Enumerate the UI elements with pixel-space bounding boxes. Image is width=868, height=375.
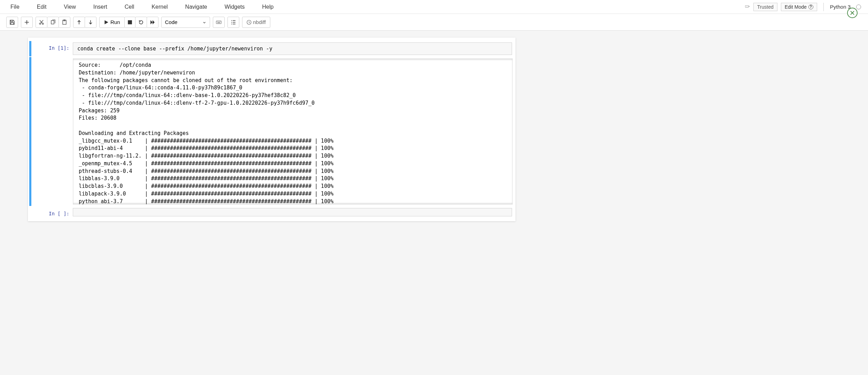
svg-rect-0: [745, 6, 749, 7]
move-down-button[interactable]: [85, 17, 96, 28]
toc-button[interactable]: [227, 17, 239, 28]
input-prompt: In [ ]:: [29, 208, 73, 216]
copy-icon: [50, 19, 56, 25]
toolbar: Run Code nbdiff: [0, 14, 868, 31]
command-palette-button[interactable]: [213, 17, 225, 28]
move-up-button[interactable]: [73, 17, 85, 28]
svg-point-13: [220, 21, 220, 22]
input-prompt: In [1]:: [29, 42, 73, 55]
menu-edit[interactable]: Edit: [33, 2, 50, 12]
cut-button[interactable]: [36, 17, 47, 28]
keyboard-icon: [216, 19, 222, 25]
arrow-down-icon: [88, 19, 93, 25]
nbdiff-button[interactable]: nbdiff: [242, 17, 270, 28]
insert-cell-below-button[interactable]: [21, 17, 33, 28]
cell-output[interactable]: Source: /opt/conda Destination: /home/ju…: [73, 58, 513, 205]
close-icon: [850, 10, 855, 16]
edit-mode-badge[interactable]: Edit Mode ?: [781, 3, 817, 11]
menu-cell[interactable]: Cell: [121, 2, 138, 12]
clock-icon: [247, 20, 251, 25]
menu-widgets[interactable]: Widgets: [221, 2, 248, 12]
output-prompt: [29, 58, 73, 205]
svg-point-11: [218, 21, 219, 22]
fast-forward-icon: [150, 19, 155, 25]
separator: [823, 3, 824, 11]
menu-view[interactable]: View: [60, 2, 79, 12]
run-label: Run: [110, 19, 120, 25]
cut-icon: [39, 19, 44, 25]
run-group: Run: [99, 17, 158, 28]
paste-icon: [62, 19, 67, 25]
celltype-select[interactable]: Code: [161, 17, 210, 28]
save-button[interactable]: [6, 17, 18, 28]
nbdiff-label: nbdiff: [253, 19, 266, 25]
svg-rect-1: [749, 6, 750, 7]
svg-point-12: [219, 21, 219, 22]
svg-rect-8: [216, 21, 221, 24]
celltype-select-wrapper: Code: [161, 17, 210, 28]
edit-mode-label: Edit Mode: [785, 4, 807, 10]
help-icon: ?: [808, 5, 813, 9]
notification-icon: [745, 4, 750, 10]
menu-help[interactable]: Help: [259, 2, 277, 12]
interrupt-button[interactable]: [124, 17, 135, 28]
close-button[interactable]: [847, 8, 858, 18]
kernel-name[interactable]: Python 3: [830, 4, 851, 10]
list-icon: [231, 19, 236, 25]
copy-button[interactable]: [47, 17, 59, 28]
notebook-container: In [1]: conda create --clone base --pref…: [28, 38, 516, 221]
menu-kernel[interactable]: Kernel: [148, 2, 171, 12]
svg-rect-14: [217, 22, 220, 23]
trusted-badge[interactable]: Trusted: [753, 3, 777, 11]
restart-icon: [138, 19, 144, 25]
play-icon: [104, 20, 109, 25]
output-row: Source: /opt/conda Destination: /home/ju…: [29, 57, 514, 206]
stop-icon: [127, 20, 132, 25]
kernel-idle-icon[interactable]: [856, 5, 861, 9]
edit-group: [36, 17, 70, 28]
menubar: File Edit View Insert Cell Kernel Naviga…: [0, 0, 868, 14]
menubar-left: File Edit View Insert Cell Kernel Naviga…: [7, 2, 277, 12]
code-input[interactable]: [73, 208, 512, 216]
restart-run-all-button[interactable]: [147, 17, 158, 28]
plus-icon: [24, 19, 30, 25]
move-group: [73, 17, 96, 28]
code-input[interactable]: conda create --clone base --prefix /home…: [73, 42, 512, 55]
arrow-up-icon: [76, 19, 82, 25]
code-cell[interactable]: In [1]: conda create --clone base --pref…: [29, 41, 514, 56]
restart-button[interactable]: [135, 17, 147, 28]
menu-file[interactable]: File: [7, 2, 23, 12]
code-cell[interactable]: In [ ]:: [29, 207, 514, 218]
svg-point-9: [217, 21, 217, 22]
svg-rect-4: [51, 21, 54, 24]
menubar-right: Trusted Edit Mode ? Python 3: [745, 3, 861, 11]
save-icon: [9, 19, 15, 25]
menu-navigate[interactable]: Navigate: [182, 2, 211, 12]
paste-button[interactable]: [59, 17, 70, 28]
svg-rect-7: [128, 20, 132, 24]
svg-point-10: [217, 21, 218, 22]
menu-insert[interactable]: Insert: [90, 2, 111, 12]
run-button[interactable]: Run: [99, 17, 125, 28]
